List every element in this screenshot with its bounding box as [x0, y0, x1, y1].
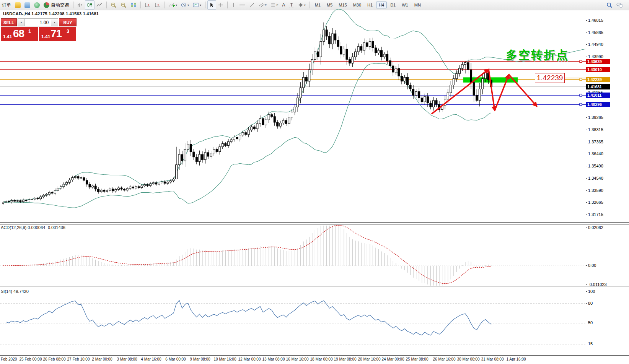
- axis-tick-label: 15: [588, 341, 593, 346]
- date-label: 2 Mar 00:00: [92, 357, 112, 361]
- buy-price-display[interactable]: 1.41 71 3: [39, 27, 76, 41]
- axis-tick-label: 1.38315: [588, 127, 603, 132]
- macd-indicator-label: ACD(12,26,9) 0.000064 -0.001436: [1, 225, 65, 230]
- axis-tick-label: 1.31715: [588, 212, 603, 217]
- chat-button[interactable]: [614, 0, 625, 10]
- date-label: 30 Mar 00:00: [457, 357, 480, 361]
- sell-button[interactable]: SELL: [1, 18, 17, 26]
- date-label: 24 Mar 00:00: [382, 357, 404, 361]
- volume-down-button[interactable]: ▼: [18, 18, 25, 26]
- date-label: 20 Mar 16:00: [358, 357, 381, 361]
- search-icon: [606, 2, 613, 8]
- price-level-badge: 1.40296: [586, 102, 610, 107]
- date-label: 1 Apr 16:00: [506, 357, 526, 361]
- turning-point-annotation: 多空转折点: [506, 47, 569, 63]
- buy-button[interactable]: BUY: [59, 18, 77, 26]
- price-callout-box[interactable]: 1.42239: [535, 73, 565, 83]
- date-label: 16 Mar 16:00: [286, 357, 309, 361]
- axis-tick-label: 100: [588, 289, 595, 294]
- pane-separator[interactable]: [0, 222, 629, 224]
- axis-tick-label: 1.36440: [588, 151, 603, 156]
- date-label: 25 Feb 00:00: [20, 357, 42, 361]
- price-level-badge: 1.43639: [586, 59, 610, 64]
- price-level-badge: 1.41011: [586, 93, 610, 98]
- buy-price-pip: 3: [67, 28, 69, 34]
- price-level-badge: 1.43010: [586, 67, 610, 72]
- volume-up-button[interactable]: ▲: [51, 18, 58, 26]
- axis-tick-label: 1.32665: [588, 200, 603, 205]
- axis-tick-label: -0.011023: [588, 282, 607, 287]
- axis-tick-label: 1.44940: [588, 42, 603, 47]
- one-click-trading-panel: SELL ▼ ▲ BUY 1.41 68 1 1.41 71 3: [1, 18, 77, 41]
- axis-tick-label: 1.46815: [588, 18, 603, 23]
- date-label: 4 Mar 16:00: [141, 357, 161, 361]
- pane-separator[interactable]: [0, 286, 629, 288]
- chart-title-ohlc: USDCAD-,H4 1.42175 1.42208 1.41563 1.416…: [3, 11, 99, 16]
- axis-tick-label: 1.45865: [588, 30, 603, 35]
- search-button[interactable]: [605, 0, 614, 10]
- date-label: 3 Mar 08:00: [117, 357, 137, 361]
- date-label: 25 Mar 08:00: [406, 357, 429, 361]
- date-label: 26 Mar 16:00: [433, 357, 456, 361]
- date-label: 13 Mar 08:00: [262, 357, 285, 361]
- date-label: 12 Mar 00:00: [238, 357, 261, 361]
- date-label: 18 Mar 00:00: [310, 357, 333, 361]
- sell-price-display[interactable]: 1.41 68 1: [1, 27, 38, 41]
- buy-label: BUY: [63, 20, 72, 25]
- price-level-badge: 1.42239: [586, 77, 610, 82]
- date-label: 31 Mar 08:00: [481, 357, 504, 361]
- date-label: 19 Mar 08:00: [334, 357, 357, 361]
- time-axis-line: [0, 355, 629, 356]
- axis-tick-label: 1.43990: [588, 54, 603, 59]
- sell-price-big: 68: [13, 28, 24, 40]
- rsi-indicator-label: SI(14) 49.7420: [1, 289, 29, 294]
- date-label: 10 Mar 16:00: [214, 357, 236, 361]
- chat-bubbles-icon: [616, 2, 623, 8]
- axis-tick-label: 1.33590: [588, 188, 603, 193]
- axis-tick-label: 1.35490: [588, 164, 603, 168]
- date-label: 27 Feb 16:00: [67, 357, 90, 361]
- price-level-badge: 1.41681: [586, 84, 610, 89]
- date-label: 26 Feb 08:00: [43, 357, 66, 361]
- axis-tick-label: 50: [588, 320, 593, 325]
- sell-price-base: 1.41: [3, 34, 12, 39]
- price-chart-canvas[interactable]: [0, 0, 586, 364]
- axis-tick-label: 1.37365: [588, 140, 603, 144]
- axis-tick-label: 0.02062: [588, 225, 603, 230]
- buy-price-base: 1.41: [41, 34, 50, 39]
- volume-input[interactable]: [25, 18, 51, 26]
- buy-price-big: 71: [51, 28, 62, 40]
- date-label: 6 Mar 00:00: [165, 357, 186, 361]
- sell-price-pip: 1: [28, 28, 31, 34]
- sell-label: SELL: [3, 20, 14, 25]
- axis-tick-label: 1.39265: [588, 115, 603, 120]
- axis-tick-label: 0.00: [588, 263, 596, 268]
- mt4-terminal-window: 订单 自动交易: [0, 0, 629, 364]
- date-label: Feb 2020: [1, 357, 17, 361]
- date-label: 9 Mar 08:00: [190, 357, 210, 361]
- axis-tick-label: 80: [588, 301, 593, 306]
- axis-tick-label: 1.34540: [588, 176, 603, 180]
